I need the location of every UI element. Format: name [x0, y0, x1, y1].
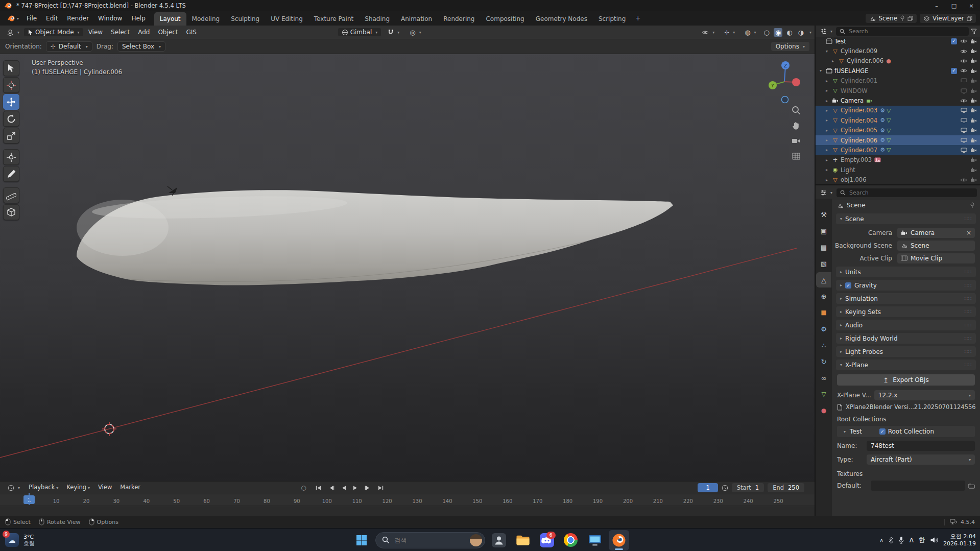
transport-button-jump-end[interactable] — [375, 484, 386, 492]
transform-orientation-dropdown[interactable]: Gimbal▾ — [338, 28, 381, 36]
expand-arrow-icon[interactable]: ▸ — [826, 99, 831, 103]
outliner-row[interactable]: ▸ ▽ Cylinder.004 ⚙▽ — [816, 115, 980, 125]
taskbar-app-remote-desktop[interactable] — [585, 530, 605, 550]
timeline-ruler[interactable]: 1 10203040506070809010011012013014015016… — [0, 494, 815, 506]
workspace-tab[interactable]: Texture Paint — [308, 12, 359, 26]
expand-arrow-icon[interactable]: ▸ — [826, 178, 831, 182]
expand-arrow-icon[interactable]: ▾ — [820, 68, 825, 73]
workspace-tab[interactable]: UV Editing — [265, 12, 308, 26]
speaker-icon[interactable] — [930, 537, 938, 543]
screen-icon[interactable] — [961, 118, 967, 123]
outliner-row[interactable]: ▸ ▽ Cylinder.003 ⚙▽ — [816, 106, 980, 115]
outliner-row[interactable]: ▸ + Empty.003 — [816, 155, 980, 165]
panel-header[interactable]: Light Probes∷∷ — [836, 346, 976, 357]
eye-icon[interactable] — [960, 59, 967, 63]
properties-tab-constraints[interactable]: ∞ — [816, 370, 831, 386]
expand-arrow-icon[interactable]: ▸ — [826, 138, 831, 142]
shading-wireframe-button[interactable]: ○ — [762, 28, 771, 37]
checkbox[interactable]: ✓ — [845, 282, 851, 289]
ime-korean-indicator[interactable]: 한 — [919, 536, 925, 544]
image-icon[interactable] — [874, 157, 881, 162]
outliner-row[interactable]: ▸ ▽ Cylinder.007 ⚙▽ — [816, 145, 980, 155]
end-frame-field[interactable]: End250 — [768, 483, 804, 492]
workspace-tab[interactable]: Geometry Nodes — [530, 12, 593, 26]
shading-solid-button[interactable]: ◉ — [774, 28, 782, 37]
xplane-panel-header[interactable]: X-Plane∷∷ — [836, 360, 976, 370]
browse-folder-icon[interactable] — [968, 483, 975, 489]
scene-panel-header[interactable]: Scene∷∷ — [836, 213, 976, 224]
screen-icon[interactable] — [961, 88, 967, 93]
properties-tab-tool[interactable]: ⚒ — [816, 207, 831, 222]
root-collection-checkbox[interactable]: ✓ — [879, 428, 886, 435]
expand-arrow-icon[interactable]: ▸ — [826, 158, 831, 162]
outliner-row[interactable]: ▸ Camera — [816, 95, 980, 105]
tool-button-transform[interactable] — [3, 149, 19, 165]
panel-header[interactable]: ✓ Gravity∷∷ — [836, 280, 976, 291]
eye-icon[interactable] — [960, 49, 967, 54]
microphone-icon[interactable] — [898, 536, 904, 544]
wrench-icon[interactable]: ⚙ — [880, 147, 885, 153]
new-scene-icon[interactable] — [907, 16, 913, 21]
ime-latin-indicator[interactable]: A — [910, 537, 914, 544]
maximize-button[interactable]: □ — [945, 0, 963, 11]
current-frame-field[interactable]: 1 — [698, 483, 718, 492]
taskbar-app-discord[interactable]: 6 — [537, 530, 557, 550]
start-button[interactable] — [351, 530, 372, 550]
eye-icon[interactable] — [960, 68, 967, 73]
eye-icon[interactable] — [960, 178, 967, 182]
eye-icon[interactable] — [960, 99, 967, 103]
taskbar-app-chrome[interactable] — [561, 530, 581, 550]
drag-dropdown[interactable]: Select Box▾ — [117, 41, 165, 52]
cam-icon[interactable] — [970, 58, 977, 63]
taskbar-app-file-explorer[interactable] — [513, 530, 533, 550]
minimize-button[interactable]: – — [928, 0, 945, 11]
camera-view-icon[interactable] — [791, 136, 801, 146]
properties-tab-material[interactable]: ● — [816, 403, 831, 418]
options-button[interactable]: Options▾ — [771, 42, 809, 51]
xplane-version-dropdown[interactable]: 12.2.x▾ — [874, 390, 975, 400]
workspace-tab[interactable]: Modeling — [186, 12, 226, 26]
viewport-menu-item[interactable]: GIS — [182, 26, 200, 39]
panel-header[interactable]: Audio∷∷ — [836, 320, 976, 330]
expand-arrow-icon[interactable]: ▾ — [826, 49, 831, 54]
transport-button-next-keyframe[interactable] — [363, 484, 373, 492]
viewport-menu-item[interactable]: View — [84, 26, 107, 39]
timeline-menu-item[interactable]: Keying▾ — [62, 481, 94, 494]
editor-type-button[interactable]: ▾ — [3, 29, 23, 36]
workspace-tab[interactable]: Rendering — [438, 12, 480, 26]
filter-funnel-icon[interactable] — [971, 29, 977, 34]
outliner-row[interactable]: ▸ ▽ Cylinder.005 ⚙▽ — [816, 126, 980, 135]
expand-arrow-icon[interactable]: ▾ — [844, 429, 846, 434]
outliner-row[interactable]: ▸ ▽ WINDOW — [816, 86, 980, 95]
cam-icon[interactable] — [970, 98, 977, 103]
properties-search[interactable] — [836, 188, 977, 197]
orientation-dropdown[interactable]: ⊹Default▾ — [46, 41, 92, 52]
panel-header[interactable]: Rigid Body World∷∷ — [836, 333, 976, 344]
menu-item[interactable]: File — [22, 11, 41, 26]
mode-dropdown[interactable]: Object Mode▾ — [24, 28, 83, 36]
transport-button-prev-keyframe[interactable] — [326, 484, 337, 492]
outliner-search[interactable] — [836, 27, 969, 36]
mesh-green-icon[interactable]: ▽ — [887, 108, 891, 113]
user-avatar[interactable] — [470, 534, 482, 546]
properties-tab-output[interactable]: ▤ — [816, 239, 831, 255]
default-texture-field[interactable] — [871, 481, 965, 491]
orthographic-grid-icon[interactable] — [791, 151, 801, 161]
outliner-row[interactable]: ▸ ▽ Cylinder.006 ● — [816, 56, 980, 66]
expand-arrow-icon[interactable]: ▸ — [832, 59, 838, 63]
properties-search-input[interactable] — [848, 189, 973, 197]
tool-button-select-box[interactable] — [3, 60, 19, 76]
workspace-tab[interactable]: Scripting — [593, 12, 631, 26]
wrench-icon[interactable]: ⚙ — [880, 108, 885, 113]
properties-editor-type-button[interactable]: ▾ — [819, 189, 834, 196]
outliner-row[interactable]: ▾ fUSELAHGE ✓ — [816, 66, 980, 76]
mesh-green-icon[interactable]: ▽ — [887, 147, 891, 153]
cam-icon[interactable] — [970, 88, 977, 93]
expand-arrow-icon[interactable]: ▸ — [826, 108, 831, 113]
outliner-search-input[interactable] — [848, 28, 965, 35]
panel-header[interactable]: Units∷∷ — [836, 267, 976, 277]
expand-arrow-icon[interactable]: ▸ — [826, 88, 831, 93]
properties-tab-render[interactable]: ▣ — [816, 223, 831, 238]
properties-tab-physics[interactable]: ↻ — [816, 354, 831, 369]
tool-button-measure[interactable] — [3, 187, 19, 203]
